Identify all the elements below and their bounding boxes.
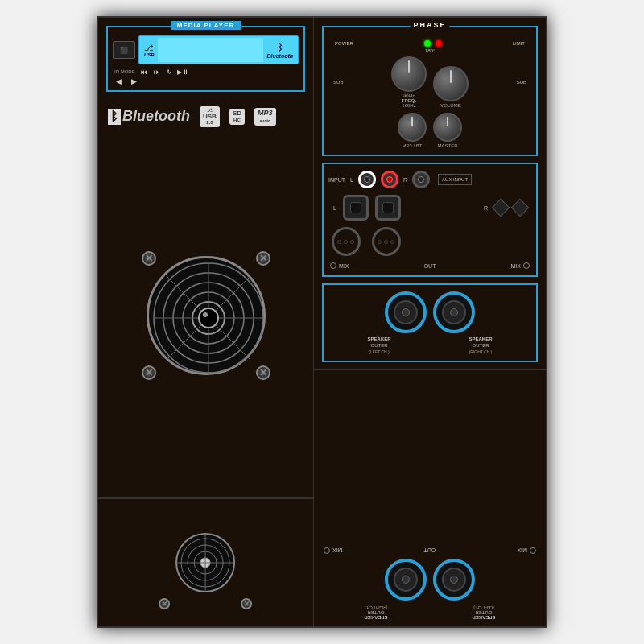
mp-bottom-row: ◀ ▶: [113, 77, 299, 85]
trs-row: L R: [328, 195, 531, 221]
freq-knob-group[interactable]: 40Hz FREQ. 160Hz: [391, 56, 427, 108]
xlr-right[interactable]: [372, 227, 401, 256]
speaker-connectors-row: [328, 291, 531, 333]
speaker-right-label: SPEAKER OUTER (RIGHT CH.): [469, 336, 493, 354]
freq-label: 40Hz FREQ. 160Hz: [402, 93, 416, 108]
left-rca-label: L: [350, 177, 353, 183]
main-knobs: 40Hz FREQ. 160Hz VOLUME: [391, 56, 469, 108]
master-knob[interactable]: [433, 113, 462, 142]
small-screw-tr: ✕: [159, 598, 171, 609]
usb-badge-version: 2.0: [206, 120, 213, 126]
left-jack-label: L: [333, 205, 336, 211]
rca-mono-connector[interactable]: [412, 171, 430, 188]
input-section: INPUT L R: [322, 163, 538, 277]
mix-left-circle: [330, 262, 336, 269]
mp3bt-knob-group[interactable]: MP3 / BT: [398, 113, 427, 148]
fan-container: ✕ ✕ ✕ ✕: [134, 243, 279, 388]
phase-180-label: 180°: [328, 48, 531, 53]
bottom-right-section: SPEAKER OUTER (LEFT CH.) SPEAKER OUTER (…: [314, 369, 546, 626]
xlr-left-dots: [337, 240, 355, 244]
mix-left-label: MIX: [339, 263, 349, 269]
speaker-labels-row: SPEAKER OUTER (LEFT CH.) SPEAKER OUTER (…: [328, 336, 531, 354]
lcd-usb-section: ⎇ USB: [144, 43, 155, 57]
usb-icon: ⎇: [144, 43, 154, 52]
bt-label-group: ᛒ Bluetooth: [108, 108, 190, 125]
usb-label: USB: [144, 52, 155, 57]
sd-badge: SD HC: [229, 109, 245, 124]
out-label: OUT: [424, 263, 436, 269]
inv-speakon-left[interactable]: [433, 559, 475, 601]
inv-speakon-right-inner: [394, 568, 418, 592]
speaker-left-ch: (LEFT CH.): [368, 349, 391, 355]
vol-knob-group[interactable]: VOLUME: [433, 66, 469, 108]
ir-mode-label: IR MODE: [114, 69, 135, 74]
fan-svg: [149, 258, 268, 378]
phase-section: PHASE POWER LIMIT 180° SUB: [322, 26, 538, 156]
aux-input-label: AUX INPUT: [438, 174, 472, 185]
led-red: [436, 40, 442, 47]
master-label: MASTER: [438, 143, 458, 148]
vol-knob[interactable]: [433, 66, 469, 101]
right-panel: PHASE POWER LIMIT 180° SUB: [314, 18, 546, 626]
repeat-btn[interactable]: ↻: [164, 68, 175, 76]
bt-icon-lcd: ᛒ: [277, 42, 283, 53]
play-pause-btn[interactable]: ▶⏸: [177, 68, 188, 76]
speaker-left-name: SPEAKER: [368, 336, 391, 343]
limit-label: LIMIT: [513, 41, 525, 46]
device-panel: MEDIA PLAYER ⬛ ⎇ USB ᛒ Bluetoo: [97, 16, 547, 628]
small-fan-svg: [158, 530, 254, 595]
speakon-right[interactable]: [433, 291, 475, 333]
speakon-right-inner: [442, 300, 466, 324]
inv-speakon-right[interactable]: [385, 559, 427, 601]
inv-speaker-labels: SPEAKER OUTER (LEFT CH.) SPEAKER OUTER (…: [322, 605, 538, 620]
right-jack-label: R: [484, 205, 488, 211]
mp3bt-knob[interactable]: [398, 113, 427, 142]
rca-left-connector[interactable]: [358, 171, 376, 188]
inv-speakon-left-inner: [442, 568, 466, 592]
sub-right-label: SUB: [517, 80, 526, 85]
led-group: [424, 40, 442, 47]
bt-icons-row: ᛒ Bluetooth ⎇ USB 2.0 SD HC MP3 audio: [98, 100, 313, 134]
speaker-left-label: SPEAKER OUTER (LEFT CH.): [368, 336, 391, 354]
rca-row: INPUT L R: [328, 171, 531, 188]
svg-point-11: [203, 312, 208, 317]
mix-right-group: MIX: [511, 262, 530, 269]
trs-left-jack[interactable]: [343, 195, 369, 221]
diamond-left: [492, 199, 510, 217]
fan-section: ✕ ✕ ✕ ✕: [98, 134, 313, 497]
rca-right-connector[interactable]: [381, 171, 398, 188]
mix-left-group: MIX: [330, 262, 349, 269]
next-btn[interactable]: ⏭: [151, 68, 163, 76]
speakon-left-center: [402, 308, 410, 316]
freq-knob[interactable]: [391, 56, 427, 92]
mp3-badge: MP3 audio: [254, 108, 276, 125]
sd-card-slot[interactable]: ⬛: [113, 41, 135, 59]
prev-btn[interactable]: ⏮: [138, 68, 150, 76]
master-knob-group[interactable]: MASTER: [433, 113, 462, 148]
mp3bt-label: MP3 / BT: [402, 143, 423, 148]
trs-right-jack[interactable]: [375, 195, 401, 221]
trs-left-inner: [350, 202, 361, 213]
diamond-right: [511, 199, 530, 217]
fan-outer-ring: [147, 256, 266, 375]
ffwd-btn[interactable]: ▶: [131, 77, 137, 85]
usb-badge-label: USB: [203, 114, 217, 121]
mp3-badge-label: MP3: [258, 109, 273, 118]
speakon-left[interactable]: [385, 291, 427, 333]
input-label: INPUT: [328, 177, 345, 183]
mp-controls-row: IR MODE ⏮ ⏭ ↻ ▶⏸: [113, 68, 299, 76]
small-screw-tl: ✕: [242, 598, 253, 609]
xlr-left[interactable]: [332, 227, 361, 256]
inv-speaker-right: SPEAKER OUTER (RIGHT CH.): [365, 605, 388, 620]
inverted-fan-section: ✕ ✕: [98, 506, 313, 619]
deg-180-text: 180°: [425, 48, 435, 53]
rca-mono-inner: [418, 176, 424, 183]
inv-mix-row: MIX OUT MIX: [322, 547, 538, 554]
media-player-section: MEDIA PLAYER ⬛ ⎇ USB ᛒ Bluetoo: [106, 26, 305, 92]
mix-right-circle: [523, 262, 530, 269]
phase-top-labels: POWER LIMIT: [328, 37, 531, 48]
volume-label: VOLUME: [440, 103, 460, 108]
inv-speaker-left: SPEAKER OUTER (LEFT CH.): [473, 605, 496, 620]
speakon-right-center: [450, 308, 458, 316]
rewind-btn[interactable]: ◀: [116, 77, 122, 85]
